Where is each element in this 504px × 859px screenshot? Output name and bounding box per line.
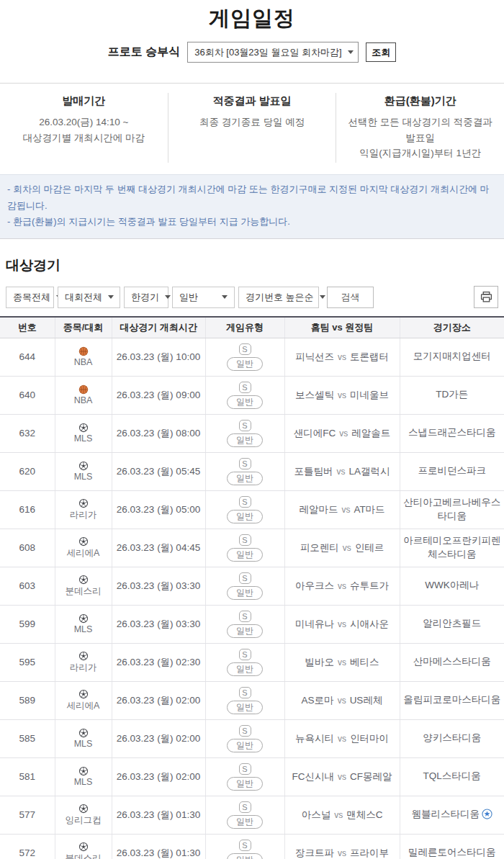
games-table: 번호 종목/대회 대상경기 개최시간 게임유형 홈팀 vs 원정팀 경기장소 6… (0, 316, 504, 859)
league-label: NBA (58, 357, 109, 367)
notice-line: - 환급(환불)의 지급시기는 적중결과 발표 당일부터 지급 가능합니다. (7, 214, 497, 230)
game-league-cell: 잉리그컵 (55, 796, 112, 834)
vs-label: vs (339, 543, 355, 553)
league-label: MLS (58, 624, 109, 634)
game-type-s-badge: S (239, 343, 251, 355)
filter-league-select[interactable]: 대회전체 (58, 287, 120, 308)
away-team: LA갤럭시 (348, 466, 390, 477)
game-datetime: 26.03.23 (월) 03:30 (112, 605, 205, 643)
info-title: 환급(환불)기간 (343, 94, 497, 108)
game-number: 589 (0, 681, 55, 719)
col-header-league: 종목/대회 (55, 317, 112, 338)
game-row: 644 NBA 26.03.23 (월) 10:00 S 일반 피닉선즈vs토론… (0, 338, 504, 376)
league-label: MLS (58, 777, 109, 787)
game-type-cell: S 일반 (205, 643, 284, 681)
info-line: 26.03.20(금) 14:10 ~ (7, 114, 161, 130)
game-teams: 아스널vs맨체스C (284, 796, 400, 834)
game-type-s-badge: S (239, 382, 251, 393)
game-row: 603 분데스리 26.03.23 (월) 03:30 S 일반 아우크스vs슈… (0, 567, 504, 605)
info-col-result-date: 적중결과 발표일 최종 경기종료 당일 예정 (168, 93, 336, 163)
home-team: 장크트파 (295, 847, 334, 858)
game-teams: 미네유나vs시애사운 (284, 605, 400, 643)
game-number: 632 (0, 414, 55, 452)
chevron-down-icon (320, 295, 325, 299)
home-team: 샌디에FC (294, 428, 336, 439)
vs-label: vs (334, 772, 350, 782)
info-title: 적중결과 발표일 (176, 94, 329, 108)
away-team: US레체 (350, 695, 383, 706)
vs-label: vs (330, 810, 346, 820)
soccer-ball-icon (58, 766, 109, 776)
game-teams: FC신시내vsCF몽레알 (284, 757, 400, 796)
inquiry-button[interactable]: 조회 (366, 42, 396, 62)
info-title: 발매기간 (7, 94, 161, 108)
game-type-cell: S 일반 (205, 605, 284, 643)
soccer-ball-icon (58, 498, 109, 508)
col-header-time: 대상경기 개최시간 (112, 317, 205, 338)
vs-label: vs (334, 619, 350, 629)
game-type-cell: S 일반 (205, 338, 284, 376)
game-venue: 프로비던스파크 (400, 452, 504, 490)
away-team: 슈투트가 (350, 580, 389, 591)
home-team: 뉴욕시티 (295, 733, 334, 744)
game-type-cell: S 일반 (205, 719, 284, 757)
info-line: 선택한 모든 대상경기의 적중결과 발표일 (343, 114, 497, 145)
basketball-icon (58, 384, 109, 395)
game-number: 572 (0, 834, 55, 859)
game-type-s-badge: S (239, 840, 251, 851)
col-header-teams: 홈팀 vs 원정팀 (284, 317, 400, 338)
game-type-cell: S 일반 (205, 757, 284, 796)
home-team: 레알마드 (299, 504, 338, 515)
game-type-normal-badge: 일반 (227, 548, 263, 562)
league-label: 세리에A (58, 700, 109, 712)
vs-label: vs (334, 352, 350, 362)
home-team: 보스셀틱 (295, 390, 334, 400)
game-league-cell: MLS (55, 605, 112, 643)
search-button[interactable]: 검색 (327, 287, 374, 308)
game-type-s-badge: S (239, 687, 251, 698)
league-label: MLS (58, 472, 109, 482)
game-venue: 밀레른토어스타디움 (400, 834, 504, 859)
vs-label: vs (336, 428, 351, 439)
game-number: 599 (0, 605, 55, 643)
filter-row: 종목전체 대회전체 한경기 일반 경기번호 높은순 검색 (6, 286, 498, 308)
game-number: 640 (0, 376, 55, 414)
game-league-cell: 세리에A (55, 681, 112, 719)
game-row: 620 MLS 26.03.23 (월) 05:45 S 일반 포틀팀버vsLA… (0, 452, 504, 490)
game-type-cell: S 일반 (205, 681, 284, 719)
game-venue: 산티아고베르나베우스타디움 (400, 490, 504, 529)
game-teams: 보스셀틱vs미네울브 (284, 376, 400, 414)
print-button[interactable] (474, 286, 498, 308)
game-type-normal-badge: 일반 (227, 701, 263, 714)
game-row: 595 라리가 26.03.23 (월) 02:30 S 일반 빌바오vs베티스… (0, 643, 504, 681)
game-teams: 장크트파vs프라이부 (284, 834, 400, 859)
game-league-cell: MLS (55, 414, 112, 452)
game-datetime: 26.03.23 (월) 02:00 (112, 757, 205, 796)
filter-single-game-select[interactable]: 한경기 (124, 287, 168, 308)
round-select[interactable]: 36회차 [03월23일 월요일 회차마감] (187, 42, 359, 63)
vs-label: vs (338, 505, 354, 515)
filter-game-type-select[interactable]: 일반 (172, 287, 235, 308)
game-datetime: 26.03.23 (월) 02:30 (112, 643, 205, 681)
game-venue: 모기지매치업센터 (400, 338, 504, 376)
game-league-cell: NBA (55, 338, 112, 376)
away-team: 맨체스C (346, 809, 382, 820)
game-datetime: 26.03.23 (월) 02:00 (112, 719, 205, 757)
game-teams: AS로마vsUS레체 (284, 681, 400, 719)
game-league-cell: 분데스리 (55, 567, 112, 605)
game-type-normal-badge: 일반 (227, 739, 263, 752)
game-venue: 웸블리스타디움 (400, 796, 504, 834)
game-number: 595 (0, 643, 55, 681)
game-league-cell: 라리가 (55, 490, 112, 529)
filter-sport-select[interactable]: 종목전체 (6, 287, 54, 308)
col-header-number: 번호 (0, 317, 55, 338)
home-team: 피닉선즈 (295, 351, 334, 362)
vs-label: vs (333, 467, 348, 477)
game-type-normal-badge: 일반 (227, 853, 263, 859)
game-type-cell: S 일반 (205, 567, 284, 605)
game-type-normal-badge: 일반 (227, 395, 263, 409)
soccer-ball-icon (58, 804, 109, 814)
game-venue: TD가든 (400, 376, 504, 414)
chevron-down-icon (108, 295, 114, 299)
filter-sort-order-select[interactable]: 경기번호 높은순 (238, 287, 319, 308)
